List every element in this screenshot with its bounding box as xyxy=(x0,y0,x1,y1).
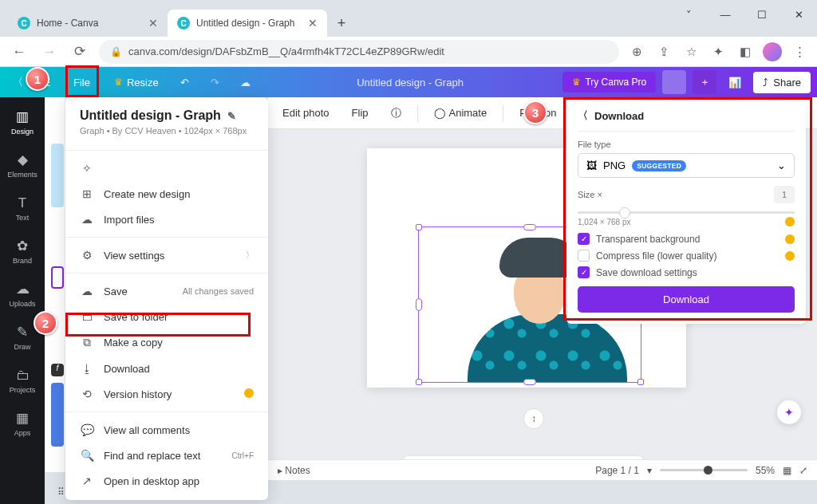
pro-badge-icon xyxy=(785,217,795,226)
file-menu: Untitled design - Graph✎ Graph • By CCV … xyxy=(65,97,268,500)
chevron-down-icon[interactable]: ˅ xyxy=(670,0,707,29)
download[interactable]: ⭳Download xyxy=(65,356,268,381)
document-title[interactable]: Untitled design - Graph xyxy=(264,77,557,89)
url-field[interactable]: 🔒 canva.com/design/DAFsbZmB__Q/a4rmfh4kT… xyxy=(99,40,619,64)
find-replace[interactable]: 🔍Find and replace textCtrl+F xyxy=(65,443,268,468)
compress-checkbox[interactable]: Compress file (lower quality) xyxy=(578,250,795,262)
bottom-bar: ▸ Notes Page 1 / 1 ▾ 55% ▦ ⤢ xyxy=(268,459,817,480)
annotation-callout-1: 1 xyxy=(26,67,49,91)
dimensions-text: 1,024 × 768 px xyxy=(578,218,630,226)
create-new-design[interactable]: ⊞Create new design xyxy=(65,181,268,207)
shapes-icon: ◆ xyxy=(18,152,28,168)
search-icon[interactable]: ⊕ xyxy=(627,42,646,61)
bookmark-icon[interactable]: ☆ xyxy=(681,42,701,61)
undo-button[interactable]: ↶ xyxy=(173,70,197,94)
window-close[interactable]: ✕ xyxy=(780,0,817,29)
insights-icon[interactable]: 📊 xyxy=(723,70,747,94)
pencil-icon[interactable]: ✎ xyxy=(227,110,236,122)
browser-tab-1[interactable]: C Untitled design - Graph ✕ xyxy=(168,10,327,37)
left-rail: ▥Design ◆Elements TText ✿Brand ☁Uploads … xyxy=(0,97,45,504)
cloud-up-icon: ☁ xyxy=(80,213,94,226)
size-multiplier[interactable]: 1 xyxy=(774,186,795,203)
window-maximize[interactable]: ☐ xyxy=(744,0,780,29)
window-minimize[interactable]: — xyxy=(707,0,744,29)
nav-forward-button[interactable]: → xyxy=(38,41,61,63)
zoom-value[interactable]: 55% xyxy=(756,465,775,476)
browser-address-bar: ← → ⟳ 🔒 canva.com/design/DAFsbZmB__Q/a4r… xyxy=(0,37,817,67)
rail-apps[interactable]: ▦Apps xyxy=(0,402,45,445)
extensions-icon[interactable]: ✦ xyxy=(708,42,728,61)
cloud-sync-icon[interactable]: ☁ xyxy=(234,70,258,94)
version-history[interactable]: ⟲Version history xyxy=(65,381,268,407)
user-avatar[interactable] xyxy=(662,70,686,94)
transparent-bg-checkbox[interactable]: ✓Transparent background xyxy=(578,233,795,245)
save-to-folder[interactable]: 🗀Save to folder xyxy=(65,304,268,329)
annotation-callout-3: 3 xyxy=(523,100,547,124)
open-desktop[interactable]: ↗Open in desktop app xyxy=(65,468,268,494)
add-collaborator-button[interactable]: ＋ xyxy=(693,70,716,94)
size-label: Size × xyxy=(578,190,602,199)
view-settings[interactable]: ⚙View settings〉 xyxy=(65,242,268,268)
magic-button[interactable]: ✦ xyxy=(777,400,801,424)
crown-icon: ♛ xyxy=(572,77,581,88)
rail-elements[interactable]: ◆Elements xyxy=(0,144,45,187)
fullscreen-icon[interactable]: ⤢ xyxy=(799,465,807,476)
notes-button[interactable]: ▸ Notes xyxy=(278,465,310,476)
plus-doc-icon: ⊞ xyxy=(80,187,94,200)
external-icon: ↗ xyxy=(80,474,94,487)
url-text: canva.com/design/DAFsbZmB__Q/a4rmfh4kT72… xyxy=(128,45,444,57)
nav-reload-button[interactable]: ⟳ xyxy=(69,41,91,63)
upload-icon: ☁ xyxy=(16,281,30,297)
make-copy[interactable]: ⧉Make a copy xyxy=(65,329,268,356)
grid-icon: ⠿ xyxy=(57,486,65,498)
canva-top-bar: 〈 ☰ File ♛Resize ↶ ↷ ☁ Untitled design -… xyxy=(0,67,817,97)
text-icon: T xyxy=(18,195,26,211)
new-tab-button[interactable]: + xyxy=(330,12,353,34)
gear-icon: ⚙ xyxy=(80,249,94,262)
crown-icon: ♛ xyxy=(114,77,123,88)
info-icon[interactable]: ⓘ xyxy=(385,103,408,124)
rail-text[interactable]: TText xyxy=(0,187,45,230)
share-button[interactable]: ⤴Share xyxy=(753,72,811,93)
browser-tab-0[interactable]: C Home - Canva ✕ xyxy=(8,10,168,37)
view-comments[interactable]: 💬View all comments xyxy=(65,417,268,443)
page-indicator[interactable]: Page 1 / 1 xyxy=(595,465,639,476)
profile-avatar[interactable] xyxy=(763,42,782,61)
kebab-icon[interactable]: ⋮ xyxy=(790,42,809,61)
download-button[interactable]: Download xyxy=(578,286,795,313)
save-status: All changes saved xyxy=(183,286,254,296)
magic-switch[interactable]: ✧ xyxy=(65,156,268,181)
save-settings-checkbox[interactable]: ✓Save download settings xyxy=(578,266,795,278)
file-menu-button[interactable]: File xyxy=(64,72,100,93)
resize-button[interactable]: ♛Resize xyxy=(106,73,167,92)
history-icon: ⟲ xyxy=(80,388,94,400)
close-icon[interactable]: ✕ xyxy=(148,17,158,30)
animate-button[interactable]: ◯Animate xyxy=(428,104,494,122)
size-slider[interactable] xyxy=(578,211,795,214)
close-icon[interactable]: ✕ xyxy=(308,17,318,30)
grid-view-icon[interactable]: ▦ xyxy=(783,465,791,476)
rail-brand[interactable]: ✿Brand xyxy=(0,230,45,273)
sync-icon[interactable]: ↕ xyxy=(523,408,544,429)
rail-design[interactable]: ▥Design xyxy=(0,100,45,144)
panel-icon[interactable]: ◧ xyxy=(736,42,755,61)
back-icon[interactable]: 〈 xyxy=(578,108,588,123)
redo-button[interactable]: ↷ xyxy=(203,70,227,94)
prev-page-icon[interactable]: ▾ xyxy=(647,465,652,476)
import-files[interactable]: ☁Import files xyxy=(65,207,268,232)
edit-photo-button[interactable]: Edit photo xyxy=(276,104,336,122)
rail-projects[interactable]: 🗀Projects xyxy=(0,359,45,402)
nav-back-button[interactable]: ← xyxy=(8,41,30,63)
checkbox-checked-icon: ✓ xyxy=(578,233,590,245)
checkbox-checked-icon: ✓ xyxy=(578,266,590,278)
share-url-icon[interactable]: ⇪ xyxy=(654,42,673,61)
save[interactable]: ☁SaveAll changes saved xyxy=(65,278,268,304)
download-panel-title: Download xyxy=(594,110,644,122)
try-pro-button[interactable]: ♛Try Canva Pro xyxy=(562,72,656,93)
rail-uploads[interactable]: ☁Uploads xyxy=(0,273,45,316)
flip-button[interactable]: Flip xyxy=(345,104,375,122)
file-type-select[interactable]: 🖼 PNG SUGGESTED ⌄ xyxy=(578,153,795,178)
zoom-slider[interactable] xyxy=(660,469,748,471)
chevron-right-icon: 〉 xyxy=(246,250,254,261)
file-menu-title: Untitled design - Graph✎ xyxy=(80,108,254,123)
